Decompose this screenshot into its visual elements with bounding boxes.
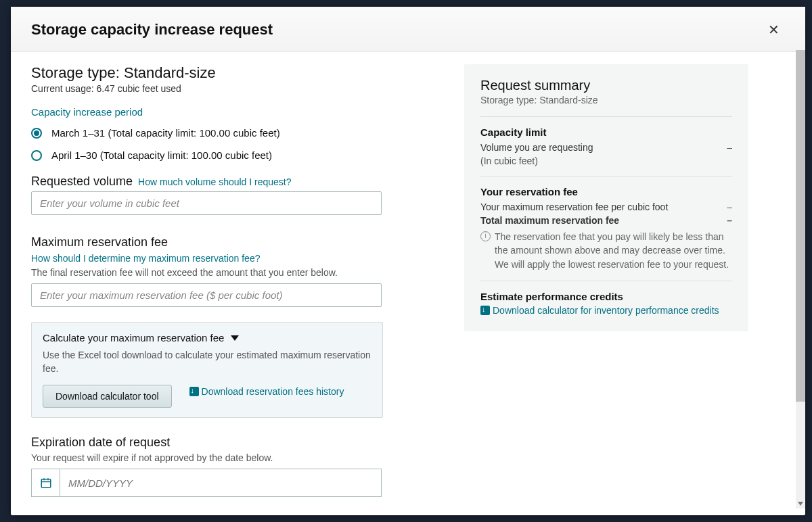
chevron-down-icon: [231, 335, 239, 341]
expiration-date-input[interactable]: [60, 469, 382, 497]
estimate-credits-header: Estimate performance credits: [480, 291, 732, 302]
total-fee-row: Total maximum reservation fee –: [480, 215, 732, 226]
modal-body: Storage type: Standard-size Current usag…: [11, 52, 805, 515]
capacity-limit-header: Capacity limit: [480, 126, 732, 138]
scrollbar-down-icon[interactable]: [798, 502, 803, 506]
modal: Storage capacity increase request ✕ Stor…: [11, 7, 805, 515]
storage-type-heading: Storage type: Standard-size: [31, 64, 437, 82]
max-fee-description: The final reservation fee will not excee…: [31, 267, 437, 278]
close-icon[interactable]: ✕: [763, 19, 785, 41]
expiration-description: Your request will expire if not approved…: [31, 452, 437, 463]
summary-title: Request summary: [480, 78, 732, 93]
radio-icon[interactable]: [31, 128, 42, 139]
period-option-march[interactable]: March 1–31 (Total capacity limit: 100.00…: [31, 127, 437, 139]
modal-title: Storage capacity increase request: [31, 21, 273, 39]
fee-per-foot-row: Your maximum reservation fee per cubic f…: [480, 201, 732, 212]
download-history-link[interactable]: Download reservation fees history: [189, 386, 344, 397]
fee-info-note: i The reservation fee that you pay will …: [480, 230, 732, 271]
expiration-label: Expiration date of request: [31, 435, 437, 450]
capacity-period-title[interactable]: Capacity increase period: [31, 106, 143, 118]
calendar-icon[interactable]: [31, 469, 60, 497]
scrollbar[interactable]: [796, 50, 805, 508]
calculator-toggle[interactable]: Calculate your maximum reservation fee: [43, 332, 371, 343]
total-fee-value: –: [727, 215, 732, 226]
modal-header: Storage capacity increase request ✕: [11, 7, 805, 52]
form-column: Storage type: Standard-size Current usag…: [31, 64, 437, 502]
max-fee-help-link[interactable]: How should I determine my maximum reserv…: [31, 253, 260, 264]
period-option-label: March 1–31 (Total capacity limit: 100.00…: [51, 127, 280, 139]
period-option-label: April 1–30 (Total capacity limit: 100.00…: [51, 149, 272, 161]
radio-icon[interactable]: [31, 150, 42, 161]
summary-storage-type: Storage type: Standard-size: [480, 95, 732, 105]
requested-volume-help-link[interactable]: How much volume should I request?: [138, 176, 291, 187]
svg-rect-0: [41, 479, 51, 488]
volume-requesting-value: –: [727, 142, 732, 153]
current-usage-text: Current usage: 6.47 cubic feet used: [31, 83, 437, 94]
max-fee-label: Maximum reservation fee: [31, 235, 437, 250]
download-calculator-button[interactable]: Download calculator tool: [43, 385, 172, 408]
reservation-fee-header: Your reservation fee: [480, 186, 732, 197]
fee-per-foot-value: –: [727, 201, 732, 212]
info-icon: i: [480, 231, 491, 241]
estimate-credits-link[interactable]: Download calculator for inventory perfor…: [480, 305, 719, 316]
request-summary-panel: Request summary Storage type: Standard-s…: [464, 64, 748, 331]
download-icon: [189, 387, 199, 396]
requested-volume-input[interactable]: [31, 191, 382, 215]
period-option-april[interactable]: April 1–30 (Total capacity limit: 100.00…: [31, 149, 437, 161]
download-icon: [480, 306, 490, 315]
divider: [480, 176, 732, 176]
expiration-date-field: [31, 469, 437, 497]
summary-column: Request summary Storage type: Standard-s…: [464, 64, 748, 502]
scrollbar-thumb[interactable]: [796, 50, 805, 402]
divider: [480, 116, 732, 117]
calculator-box: Calculate your maximum reservation fee U…: [31, 322, 383, 418]
volume-requesting-row: Volume you are requesting –: [480, 142, 732, 153]
divider: [480, 281, 732, 281]
requested-volume-label: Requested volume How much volume should …: [31, 174, 437, 189]
max-fee-input[interactable]: [31, 283, 382, 307]
calculator-description: Use the Excel tool download to calculate…: [43, 349, 371, 375]
volume-unit-text: (In cubic feet): [480, 156, 732, 166]
